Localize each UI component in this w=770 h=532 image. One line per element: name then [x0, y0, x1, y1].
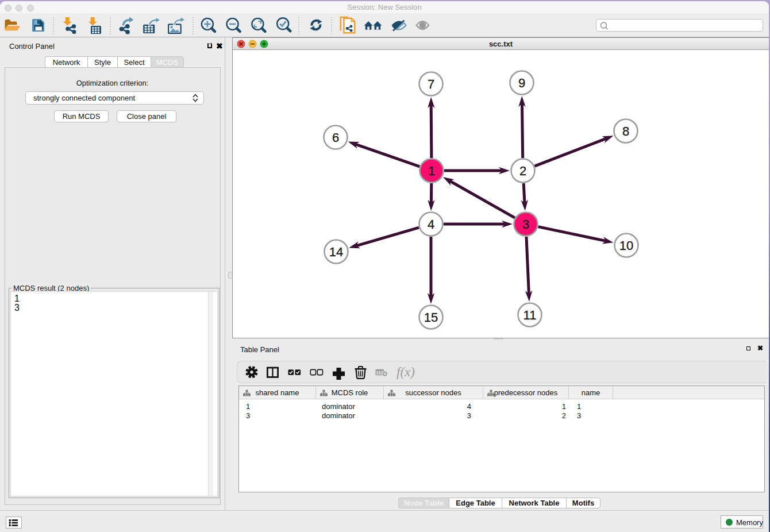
svg-text:3: 3: [522, 217, 529, 232]
svg-text:14: 14: [329, 245, 343, 259]
svg-text:f(x): f(x): [396, 365, 415, 379]
svg-text:6: 6: [332, 130, 339, 145]
svg-text:11: 11: [523, 308, 537, 322]
svg-text:10: 10: [619, 238, 633, 253]
svg-text:7: 7: [428, 77, 434, 91]
svg-text:15: 15: [424, 310, 438, 325]
svg-text:9: 9: [518, 76, 525, 90]
svg-text:1: 1: [428, 164, 435, 178]
svg-text:2: 2: [519, 164, 526, 178]
svg-text:4: 4: [428, 217, 434, 232]
svg-text:8: 8: [622, 124, 629, 138]
